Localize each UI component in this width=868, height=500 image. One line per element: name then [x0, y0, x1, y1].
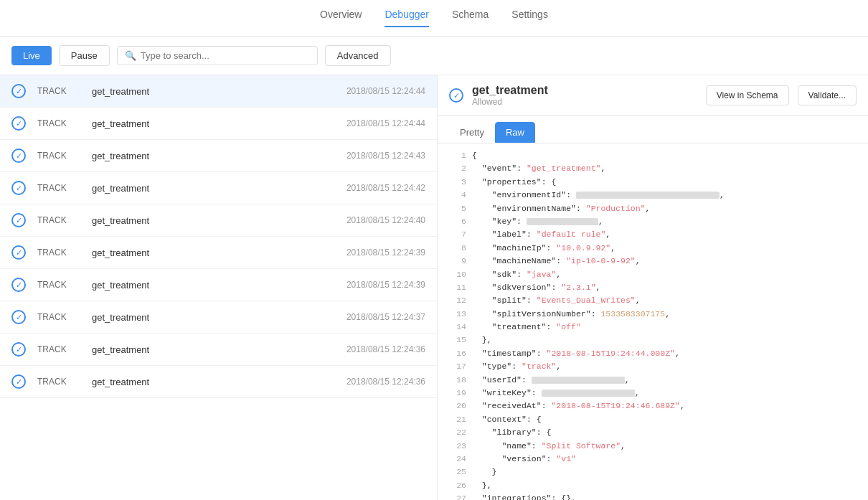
line-number: 18	[449, 374, 466, 387]
event-type: TRACK	[37, 247, 80, 258]
event-time: 2018/08/15 12:24:36	[346, 377, 425, 387]
event-row[interactable]: ✓ TRACK get_treatment 2018/08/15 12:24:4…	[0, 204, 437, 237]
event-time: 2018/08/15 12:24:37	[346, 312, 425, 322]
json-line: 24 "version": "v1"	[449, 453, 857, 466]
line-number: 7	[449, 228, 466, 241]
search-icon: 🔍	[125, 50, 136, 61]
detail-tab-pretty[interactable]: Pretty	[449, 122, 495, 143]
line-number: 13	[449, 308, 466, 321]
event-name: get_treatment	[92, 86, 335, 97]
check-icon: ✓	[11, 342, 26, 357]
event-row[interactable]: ✓ TRACK get_treatment 2018/08/15 12:24:3…	[0, 334, 437, 366]
status-icon: ✓	[449, 88, 463, 103]
line-number: 14	[449, 321, 466, 334]
event-row[interactable]: ✓ TRACK get_treatment 2018/08/15 12:24:4…	[0, 75, 437, 108]
event-type: TRACK	[37, 118, 80, 128]
toolbar: Live Pause 🔍 Advanced	[0, 37, 868, 75]
event-name: get_treatment	[92, 344, 335, 355]
line-number: 6	[449, 215, 466, 228]
event-row[interactable]: ✓ TRACK get_treatment 2018/08/15 12:24:4…	[0, 140, 437, 172]
json-line: 4 "environmentId": ,	[449, 189, 857, 202]
event-name: get_treatment	[92, 377, 335, 387]
check-icon: ✓	[11, 213, 26, 227]
json-line: 14 "treatment": "off"	[449, 321, 857, 334]
event-time: 2018/08/15 12:24:43	[346, 151, 425, 161]
live-button[interactable]: Live	[11, 46, 52, 65]
event-row[interactable]: ✓ TRACK get_treatment 2018/08/15 12:24:3…	[0, 269, 437, 301]
line-content: "timestamp": "2018-08-15T19:24:44.000Z",	[472, 347, 680, 360]
nav-debugger[interactable]: Debugger	[385, 9, 429, 27]
event-type: TRACK	[37, 280, 80, 290]
event-name: get_treatment	[92, 247, 335, 258]
check-icon: ✓	[11, 116, 26, 131]
search-input[interactable]	[141, 50, 310, 61]
events-list: ✓ TRACK get_treatment 2018/08/15 12:24:4…	[0, 75, 438, 500]
line-content: },	[472, 334, 492, 346]
line-number: 12	[449, 294, 466, 307]
line-number: 1	[449, 149, 466, 162]
json-line: 21 "context": {	[449, 413, 857, 426]
line-content: "receivedAt": "2018-08-15T19:24:46.689Z"…	[472, 400, 685, 412]
event-row[interactable]: ✓ TRACK get_treatment 2018/08/15 12:24:3…	[0, 237, 437, 269]
json-line: 3 "properties": {	[449, 176, 857, 189]
event-type: TRACK	[37, 215, 80, 225]
event-type: TRACK	[37, 151, 80, 161]
line-content: "event": "get_treatment",	[472, 162, 605, 175]
line-number: 8	[449, 242, 466, 255]
line-content: "writeKey": ,	[472, 387, 640, 400]
line-content: "sdk": "java",	[472, 268, 561, 281]
top-navigation: Overview Debugger Schema Settings	[0, 0, 868, 37]
event-time: 2018/08/15 12:24:44	[346, 118, 425, 128]
advanced-button[interactable]: Advanced	[325, 45, 391, 66]
line-content: "integrations": {},	[472, 492, 576, 500]
event-name: get_treatment	[92, 183, 335, 194]
line-number: 27	[449, 492, 466, 500]
event-title-status: Allowed	[472, 97, 697, 107]
line-number: 25	[449, 466, 466, 478]
json-line: 8 "machineIp": "10.0.9.92",	[449, 242, 857, 255]
event-time: 2018/08/15 12:24:39	[346, 247, 425, 258]
search-box: 🔍	[117, 46, 318, 65]
nav-overview[interactable]: Overview	[320, 9, 362, 27]
event-time: 2018/08/15 12:24:44	[346, 86, 425, 96]
detail-tab-raw[interactable]: Raw	[495, 122, 535, 143]
line-number: 4	[449, 189, 466, 202]
event-time: 2018/08/15 12:24:42	[346, 183, 425, 193]
line-content: "machineName": "ip-10-0-9-92",	[472, 255, 641, 268]
json-line: 6 "key": ,	[449, 215, 857, 228]
pause-button[interactable]: Pause	[59, 45, 110, 66]
view-schema-button[interactable]: View in Schema	[706, 85, 789, 105]
line-content: "type": "track",	[472, 360, 561, 373]
event-row[interactable]: ✓ TRACK get_treatment 2018/08/15 12:24:4…	[0, 108, 437, 140]
line-content: "environmentId": ,	[472, 189, 725, 202]
event-name: get_treatment	[92, 215, 335, 226]
line-number: 22	[449, 426, 466, 439]
line-number: 23	[449, 440, 466, 453]
json-line: 13 "splitVersionNumber": 1533583307175,	[449, 308, 857, 321]
line-content: "version": "v1"	[472, 453, 576, 466]
event-row[interactable]: ✓ TRACK get_treatment 2018/08/15 12:24:3…	[0, 366, 437, 398]
nav-schema[interactable]: Schema	[452, 9, 489, 27]
line-content: "key": ,	[472, 215, 603, 228]
line-number: 5	[449, 202, 466, 215]
event-name: get_treatment	[92, 151, 335, 161]
line-content: },	[472, 479, 492, 492]
line-number: 9	[449, 255, 466, 268]
json-line: 5 "environmentName": "Production",	[449, 202, 857, 215]
event-name: get_treatment	[92, 312, 335, 323]
line-content: }	[472, 466, 497, 478]
event-title-name: get_treatment	[472, 84, 697, 97]
event-row[interactable]: ✓ TRACK get_treatment 2018/08/15 12:24:3…	[0, 301, 437, 334]
detail-panel: ✓ get_treatment Allowed View in Schema V…	[438, 75, 868, 500]
event-row[interactable]: ✓ TRACK get_treatment 2018/08/15 12:24:4…	[0, 172, 437, 204]
validate-button[interactable]: Validate...	[798, 85, 857, 105]
json-line: 18 "userId": ,	[449, 374, 857, 387]
line-number: 16	[449, 347, 466, 360]
json-line: 11 "sdkVersion": "2.3.1",	[449, 281, 857, 294]
event-time: 2018/08/15 12:24:39	[346, 280, 425, 290]
json-line: 22 "library": {	[449, 426, 857, 439]
nav-settings[interactable]: Settings	[511, 9, 548, 27]
json-line: 19 "writeKey": ,	[449, 387, 857, 400]
line-content: "splitVersionNumber": 1533583307175,	[472, 308, 670, 321]
line-content: "environmentName": "Production",	[472, 202, 650, 215]
